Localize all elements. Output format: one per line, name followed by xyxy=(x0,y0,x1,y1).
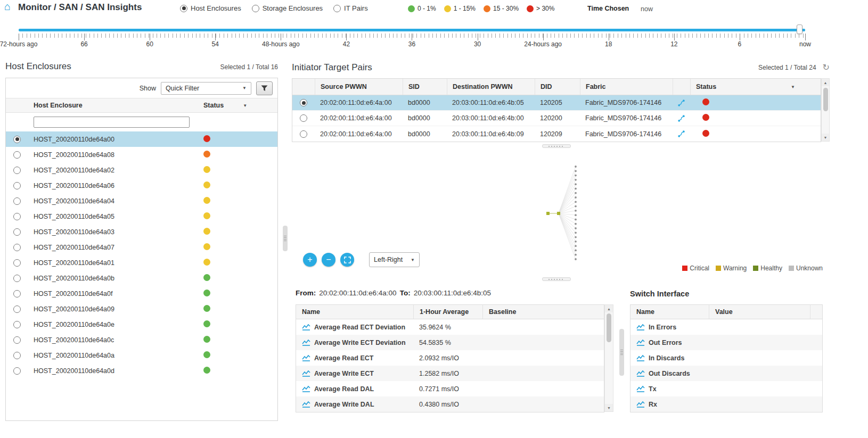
scroll-down-button[interactable]: ▼ xyxy=(605,404,613,411)
scroll-thumb[interactable] xyxy=(607,313,611,342)
host-enclosure-row[interactable]: HOST_200200110de64a0d xyxy=(6,363,277,378)
row-radio[interactable] xyxy=(13,275,21,282)
host-enclosure-row[interactable]: HOST_200200110de64a0b xyxy=(6,270,277,286)
counter-name-cell[interactable]: Rx xyxy=(630,401,709,408)
filter-caret-icon[interactable]: ▼ xyxy=(243,103,247,108)
quick-filter-value: Quick Filter xyxy=(166,85,199,92)
host-enclosure-row[interactable]: HOST_200200110de64a07 xyxy=(6,239,277,255)
row-radio[interactable] xyxy=(13,151,21,159)
column-header-value[interactable]: Value xyxy=(709,305,810,319)
view-option[interactable]: Host Enclosures xyxy=(180,4,241,12)
metric-name-cell[interactable]: Average Write ECT xyxy=(296,370,413,377)
counter-name-cell[interactable]: Out Errors xyxy=(630,339,709,346)
host-enclosure-row[interactable]: HOST_200200110de64a06 xyxy=(6,178,277,193)
row-radio[interactable] xyxy=(13,305,21,313)
column-header-did[interactable]: DID xyxy=(535,79,580,95)
view-connection-icon[interactable] xyxy=(673,95,690,110)
column-header-destination-pwwn[interactable]: Destination PWWN xyxy=(447,79,535,95)
legend-label: 0 - 1% xyxy=(417,5,436,12)
row-radio[interactable] xyxy=(13,321,21,328)
view-connection-icon[interactable] xyxy=(673,111,690,126)
counter-name-cell[interactable]: In Discards xyxy=(630,354,709,362)
row-radio[interactable] xyxy=(13,197,21,205)
row-radio[interactable] xyxy=(13,367,21,375)
row-radio[interactable] xyxy=(13,259,21,267)
fit-view-button[interactable] xyxy=(340,253,354,267)
time-slider-track[interactable] xyxy=(19,29,805,31)
it-pairs-scrollbar[interactable]: ▲ ▼ xyxy=(821,78,830,142)
legend-square-icon xyxy=(753,266,758,271)
row-radio[interactable] xyxy=(13,244,21,251)
column-header-fabric[interactable]: Fabric xyxy=(580,79,673,95)
row-radio[interactable] xyxy=(13,352,21,359)
host-enclosure-row[interactable]: HOST_200200110de64a0c xyxy=(6,332,277,348)
scroll-up-button[interactable]: ▲ xyxy=(605,305,613,312)
row-radio[interactable] xyxy=(300,130,307,138)
metric-name-cell[interactable]: Average Write ECT Deviation xyxy=(296,339,413,346)
host-enclosure-row[interactable]: HOST_200200110de64a09 xyxy=(6,301,277,317)
left-panel-splitter[interactable] xyxy=(283,226,288,251)
row-radio[interactable] xyxy=(13,136,21,143)
row-radio[interactable] xyxy=(13,228,21,236)
zoom-in-button[interactable]: + xyxy=(303,253,317,267)
host-enclosure-row[interactable]: HOST_200200110de64a00 xyxy=(6,131,277,147)
row-radio[interactable] xyxy=(13,336,21,344)
filter-button[interactable] xyxy=(256,81,273,95)
column-header-1-hour-average[interactable]: 1-Hour Average xyxy=(413,305,482,319)
metric-name-cell[interactable]: Average Read DAL xyxy=(296,385,413,393)
bottom-panel-splitter[interactable] xyxy=(619,329,624,376)
column-header-name[interactable]: Name xyxy=(296,305,413,319)
scroll-thumb[interactable] xyxy=(823,88,828,111)
layout-dropdown[interactable]: Left-Right ▼ xyxy=(369,252,420,267)
scroll-down-button[interactable]: ▼ xyxy=(822,134,829,141)
it-pair-row[interactable]: 20:02:00:11:0d:e6:4a:00 bd0000 20:03:00:… xyxy=(292,111,821,126)
column-header-status[interactable]: Status ▼ xyxy=(194,102,277,109)
scroll-up-button[interactable]: ▲ xyxy=(822,79,829,86)
host-enclosure-row[interactable]: HOST_200200110de64a08 xyxy=(6,147,277,162)
row-radio[interactable] xyxy=(300,99,307,106)
row-radio[interactable] xyxy=(13,213,21,220)
metric-name-cell[interactable]: Average Read ECT xyxy=(296,354,413,362)
time-slider-handle[interactable] xyxy=(797,24,803,34)
horizontal-splitter-handle[interactable] xyxy=(542,144,571,148)
row-radio[interactable] xyxy=(13,167,21,174)
row-radio[interactable] xyxy=(13,290,21,297)
zoom-out-button[interactable]: − xyxy=(322,253,335,267)
row-radio[interactable] xyxy=(13,182,21,189)
counter-name-cell[interactable]: Tx xyxy=(630,385,709,393)
host-enclosure-row[interactable]: HOST_200200110de64a01 xyxy=(6,255,277,270)
filter-caret-icon[interactable]: ▼ xyxy=(791,85,795,89)
view-option[interactable]: IT Pairs xyxy=(333,4,368,12)
counter-name-cell[interactable]: Out Discards xyxy=(630,370,709,377)
row-radio[interactable] xyxy=(300,114,307,122)
column-header-status[interactable]: Status ▼ xyxy=(690,79,821,95)
view-connection-icon[interactable] xyxy=(673,126,690,142)
column-header-source-pwwn[interactable]: Source PWWN xyxy=(315,79,403,95)
legend-item: 0 - 1% xyxy=(408,5,436,12)
column-header-name[interactable]: Name xyxy=(630,305,709,319)
column-header-host-enclosure[interactable]: Host Enclosure xyxy=(28,102,194,109)
host-enclosure-filter-input[interactable] xyxy=(34,117,190,128)
view-option[interactable]: Storage Enclosures xyxy=(252,4,323,12)
host-enclosure-row[interactable]: HOST_200200110de64a0f xyxy=(6,286,277,301)
quick-filter-dropdown[interactable]: Quick Filter ▼ xyxy=(161,82,251,95)
source-pwwn: 20:02:00:11:0d:e6:4a:00 xyxy=(315,114,403,122)
time-chosen-value: now xyxy=(641,5,653,13)
column-header-sid[interactable]: SID xyxy=(403,79,447,95)
host-enclosure-row[interactable]: HOST_200200110de64a05 xyxy=(6,209,277,224)
metric-name-cell[interactable]: Average Read ECT Deviation xyxy=(296,324,413,331)
host-enclosure-row[interactable]: HOST_200200110de64a04 xyxy=(6,193,277,209)
metric-name-cell[interactable]: Average Write DAL xyxy=(296,401,413,408)
host-enclosure-row[interactable]: HOST_200200110de64a02 xyxy=(6,162,277,178)
host-enclosure-row[interactable]: HOST_200200110de64a0a xyxy=(6,348,277,363)
horizontal-splitter-handle[interactable] xyxy=(542,277,571,281)
host-enclosure-row[interactable]: HOST_200200110de64a03 xyxy=(6,224,277,239)
column-header-baseline[interactable]: Baseline xyxy=(482,305,604,319)
metrics-scrollbar[interactable]: ▲ ▼ xyxy=(604,304,613,412)
refresh-icon[interactable]: ↻ xyxy=(823,63,830,72)
home-icon[interactable]: ⌂ xyxy=(4,1,11,13)
it-pair-row[interactable]: 20:02:00:11:0d:e6:4a:00 bd0000 20:03:00:… xyxy=(292,95,821,111)
counter-name-cell[interactable]: In Errors xyxy=(630,324,709,331)
host-enclosure-row[interactable]: HOST_200200110de64a0e xyxy=(6,317,277,332)
it-pair-row[interactable]: 20:02:00:11:0d:e6:4a:00 bd0000 20:03:00:… xyxy=(292,126,821,142)
